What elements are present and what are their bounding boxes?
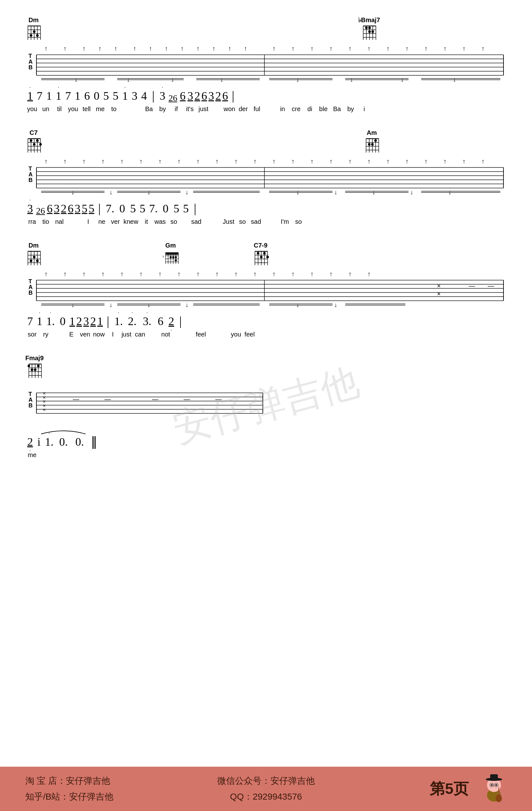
lyric-I: I: [83, 218, 94, 225]
note-s2-6b: 6: [68, 202, 74, 215]
svg-text:↑: ↑: [291, 158, 294, 165]
svg-text:↓: ↓: [109, 301, 112, 307]
svg-text:↓: ↓: [350, 76, 353, 82]
note-s2-0a: 0: [119, 202, 125, 215]
zhihu-value: 安仔弹吉他: [69, 792, 113, 801]
chord-fmaj9-grid: [26, 363, 43, 379]
note-s3-0: 0: [60, 315, 65, 328]
svg-text:×: ×: [437, 290, 441, 297]
svg-text:↑: ↑: [272, 45, 275, 52]
lyric-ven: ven: [79, 331, 91, 338]
svg-text:↑: ↑: [196, 45, 199, 52]
chord-c7-9-label: C7-9: [254, 242, 267, 249]
lyric-til: til: [54, 105, 65, 113]
section-2: C7 Am: [25, 125, 507, 225]
lyric-just: just: [121, 331, 132, 338]
svg-text:↑: ↑: [139, 270, 142, 277]
note-2b: 2: [215, 89, 221, 103]
lyric-sor: sor: [27, 331, 38, 338]
svg-text:↑: ↑: [114, 45, 117, 52]
svg-point-23: [365, 27, 368, 29]
lyric-ne: ne: [96, 218, 107, 225]
svg-text:↓: ↓: [296, 301, 299, 307]
svg-point-93: [30, 139, 32, 142]
chord-bbmaj7-grid: [361, 25, 377, 41]
note-s2-5f: 5: [183, 202, 189, 215]
note-s3-2c: •2.: [128, 315, 136, 328]
note-7a: 7: [37, 89, 43, 103]
svg-text:↑: ↑: [329, 158, 333, 165]
lyric-nal: nal: [54, 218, 65, 225]
svg-point-298: [491, 784, 493, 786]
footer-zhihu: 知乎/B站：安仔弹吉他: [25, 789, 186, 805]
svg-text:×: ×: [27, 250, 28, 251]
note-s4-0a: 0.: [59, 435, 68, 448]
lyric-you: you: [230, 331, 242, 338]
svg-text:↑: ↑: [405, 158, 409, 165]
svg-text:↑: ↑: [348, 45, 351, 52]
svg-text:×: ×: [30, 250, 31, 251]
note-s3-1c: 1: [69, 315, 75, 328]
lyric-me2: me: [27, 452, 38, 459]
svg-text:↓: ↓: [410, 189, 413, 194]
svg-text:↑: ↑: [244, 45, 247, 52]
svg-text:↑: ↑: [329, 45, 333, 52]
note-6: 6: [84, 89, 90, 103]
lyric-to: to: [108, 105, 119, 113]
svg-text:↑: ↑: [196, 270, 199, 277]
chord-dm: Dm × ×: [25, 16, 42, 41]
lyric-if: if: [171, 105, 182, 113]
chord-c7-label: C7: [29, 129, 38, 136]
svg-text:↓: ↓: [109, 189, 112, 194]
note-1b: 1: [46, 89, 52, 103]
svg-point-24: [368, 27, 371, 29]
notation-section-4: • 2 i •1. 0. 0. ‖ me: [25, 426, 507, 459]
barline-s3-1: |: [107, 313, 109, 328]
note-s3-2: 2: [76, 315, 82, 328]
svg-text:↓: ↓: [296, 189, 299, 194]
note-1c: •1: [56, 89, 61, 103]
svg-point-96: [39, 143, 42, 146]
lyrics-4: me: [25, 452, 507, 459]
svg-text:B: B: [29, 290, 33, 296]
chord-gm: Gm 3: [163, 242, 179, 266]
svg-text:↓: ↓: [147, 301, 150, 307]
barline-2: |: [232, 88, 234, 103]
lyric-in: in: [277, 105, 288, 113]
note-s2-3a: 3: [54, 202, 60, 215]
svg-text:A: A: [29, 284, 33, 290]
svg-point-206: [263, 252, 266, 255]
note-3c: 3: [208, 89, 214, 103]
section-3: Dm × ×: [25, 238, 507, 338]
svg-text:↑: ↑: [291, 45, 294, 52]
lyric-tell: tell: [81, 105, 92, 113]
svg-text:↑: ↑: [424, 45, 427, 52]
barline-s4-final: ‖: [91, 434, 97, 449]
lyric-ry: ry: [40, 331, 51, 338]
svg-point-106: [368, 143, 370, 146]
svg-text:↑: ↑: [253, 270, 257, 277]
svg-point-108: [374, 139, 377, 142]
footer-qq: QQ：2929943576: [186, 789, 347, 805]
svg-text:↑: ↑: [158, 270, 162, 277]
qq-value: 2929943576: [253, 792, 302, 801]
svg-text:↑: ↑: [443, 45, 446, 52]
note-1d: 1: [75, 89, 80, 103]
svg-point-192: [169, 256, 172, 259]
chords-line-3: Dm × ×: [25, 238, 507, 266]
svg-text:×: ×: [30, 25, 31, 26]
svg-text:↑: ↑: [348, 158, 351, 165]
svg-text:T: T: [29, 391, 32, 397]
lyric-not: not: [160, 331, 171, 338]
note-s2-7a: 7.: [106, 202, 114, 215]
note-0a: 0: [94, 89, 100, 103]
svg-point-178: [30, 260, 32, 262]
note-2a: 2: [195, 89, 200, 103]
note-7b: 7: [65, 89, 71, 103]
svg-text:↑: ↑: [234, 158, 238, 165]
chord-fmaj9: Fmaj9: [25, 354, 44, 379]
svg-text:↑: ↑: [367, 158, 370, 165]
chord-gm-grid: 3: [163, 250, 179, 266]
svg-text:↑: ↑: [212, 45, 215, 52]
svg-text:—: —: [105, 396, 111, 403]
